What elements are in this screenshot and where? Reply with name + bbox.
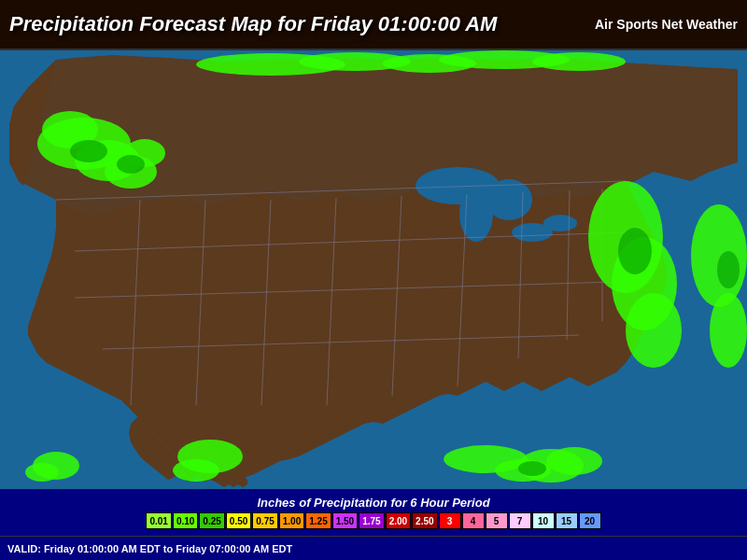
- brand-label: Air Sports Net Weather: [595, 17, 738, 32]
- main-container: Precipitation Forecast Map for Friday 01…: [0, 0, 747, 560]
- legend-swatch: 1.50: [332, 512, 358, 529]
- svg-point-46: [518, 461, 546, 476]
- legend-title: Inches of Precipitation for 6 Hour Perio…: [257, 496, 489, 510]
- legend-swatch: 0.50: [226, 512, 251, 529]
- svg-point-45: [717, 251, 740, 288]
- legend-swatch: 0.75: [252, 512, 277, 529]
- precipitation-map: [0, 50, 747, 489]
- legend-swatch: 1.25: [305, 512, 331, 529]
- footer: VALID: Friday 01:00:00 AM EDT to Friday …: [0, 536, 747, 560]
- legend-swatch: 20: [579, 512, 601, 529]
- legend-swatch: 0.01: [146, 512, 171, 529]
- svg-point-41: [546, 447, 602, 475]
- svg-point-5: [543, 215, 577, 231]
- page-title: Precipitation Forecast Map for Friday 01…: [9, 12, 595, 36]
- legend-swatch: 1.00: [279, 512, 304, 529]
- legend-swatch: 0.25: [199, 512, 224, 529]
- header: Precipitation Forecast Map for Friday 01…: [0, 0, 747, 50]
- legend-swatch: 5: [486, 512, 508, 529]
- legend-swatch: 4: [462, 512, 485, 529]
- svg-point-31: [626, 293, 682, 368]
- footer-text: VALID: Friday 01:00:00 AM EDT to Friday …: [7, 543, 292, 554]
- legend-swatch: 3: [439, 512, 461, 529]
- legend-swatch: 15: [556, 512, 578, 529]
- svg-point-42: [70, 140, 107, 162]
- legend-area: Inches of Precipitation for 6 Hour Perio…: [0, 489, 747, 536]
- legend-swatch: 7: [509, 512, 531, 529]
- map-area: [0, 50, 747, 489]
- svg-point-43: [117, 155, 145, 174]
- legend-swatch: 0.10: [173, 512, 198, 529]
- svg-point-28: [532, 52, 626, 71]
- legend-swatch: 2.50: [412, 512, 437, 529]
- svg-point-32: [691, 204, 747, 307]
- legend-swatch: 10: [532, 512, 555, 529]
- svg-point-35: [25, 463, 59, 482]
- svg-point-33: [710, 293, 747, 368]
- legend-swatches: 0.010.100.250.500.751.001.251.501.752.00…: [146, 512, 600, 529]
- svg-point-44: [618, 228, 652, 274]
- legend-swatch: 1.75: [359, 512, 384, 529]
- svg-point-37: [173, 459, 219, 482]
- legend-swatch: 2.00: [386, 512, 411, 529]
